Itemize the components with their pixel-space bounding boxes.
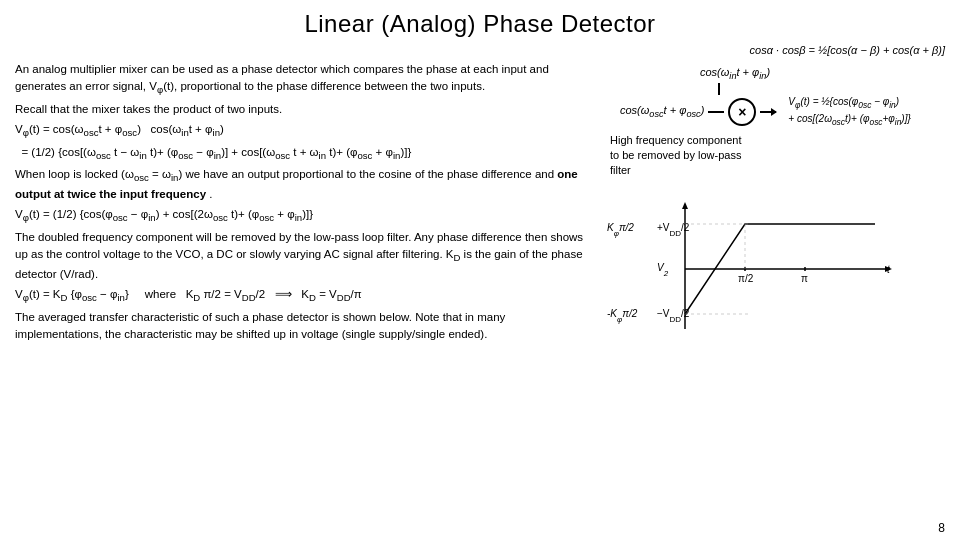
para4: The doubled frequency component will be … bbox=[15, 229, 585, 283]
mixer-row: cos(ωosct + φosc) × Vφ(t) = ½{cos(φ0sc −… bbox=[620, 95, 945, 128]
transfer-chart: Kφπ/2 +VDD/2 V2 bbox=[605, 189, 915, 344]
y-axis-arrow bbox=[682, 202, 688, 209]
cos-in-label: cos(ωint + φin) bbox=[700, 66, 945, 81]
body-text: An analog multiplier mixer can be used a… bbox=[15, 61, 585, 343]
right-column: cos(ωint + φin) cos(ωosct + φosc) × bbox=[595, 61, 945, 346]
pi-label: π bbox=[801, 273, 808, 284]
v2-label: V2 bbox=[657, 262, 669, 278]
page-title: Linear (Analog) Phase Detector bbox=[15, 10, 945, 38]
mixer-symbol: × bbox=[728, 98, 756, 126]
hf-label: High frequency componentto be removed by… bbox=[610, 133, 945, 179]
mixer-diagram: cos(ωint + φin) cos(ωosct + φosc) × bbox=[600, 66, 945, 179]
main-content: An analog multiplier mixer can be used a… bbox=[15, 61, 945, 346]
eq4: Vφ(t) = KD {φosc − φin} where KD π/2 = V… bbox=[15, 286, 585, 306]
pi2-label: π/2 bbox=[738, 273, 754, 284]
trig-formula: cosα · cosβ = ½[cos(α − β) + cos(α + β)] bbox=[15, 44, 945, 56]
chart-area: Kφπ/2 +VDD/2 V2 bbox=[605, 189, 915, 344]
para3: When loop is locked (ωosc = ωin) we have… bbox=[15, 166, 585, 203]
y-label-bottom: -Kφπ/2 bbox=[607, 308, 638, 324]
para1: An analog multiplier mixer can be used a… bbox=[15, 61, 585, 98]
eq2: = (1/2) {cos[(ωosc t − ωin t)+ (φosc − φ… bbox=[15, 144, 585, 164]
input-arrow-down bbox=[718, 83, 720, 95]
vphi-formula: Vφ(t) = ½{cos(φ0sc − φin) + cos[(2ωosct)… bbox=[788, 95, 910, 128]
y-label-top: Kφπ/2 bbox=[607, 222, 634, 238]
line-from-mixer bbox=[760, 111, 776, 113]
line-to-mixer bbox=[708, 111, 724, 113]
arrow-head bbox=[771, 108, 781, 116]
eq1: Vφ(t) = cos(ωosct + φosc) cos(ωint + φin… bbox=[15, 121, 585, 141]
para5: The averaged transfer characteristic of … bbox=[15, 309, 585, 344]
bold-text: one output at twice the input frequency bbox=[15, 168, 578, 200]
cos-osc-label: cos(ωosct + φosc) bbox=[620, 104, 704, 119]
para2: Recall that the mixer takes the product … bbox=[15, 101, 585, 118]
eq3: Vφ(t) = (1/2) {cos(φosc − φin) + cos[(2ω… bbox=[15, 206, 585, 226]
left-column: An analog multiplier mixer can be used a… bbox=[15, 61, 595, 346]
page: Linear (Analog) Phase Detector cosα · co… bbox=[0, 0, 960, 540]
vphi-output: Vφ(t) = ½{cos(φ0sc − φin) + cos[(2ωosct)… bbox=[788, 95, 910, 128]
page-number: 8 bbox=[938, 521, 945, 535]
